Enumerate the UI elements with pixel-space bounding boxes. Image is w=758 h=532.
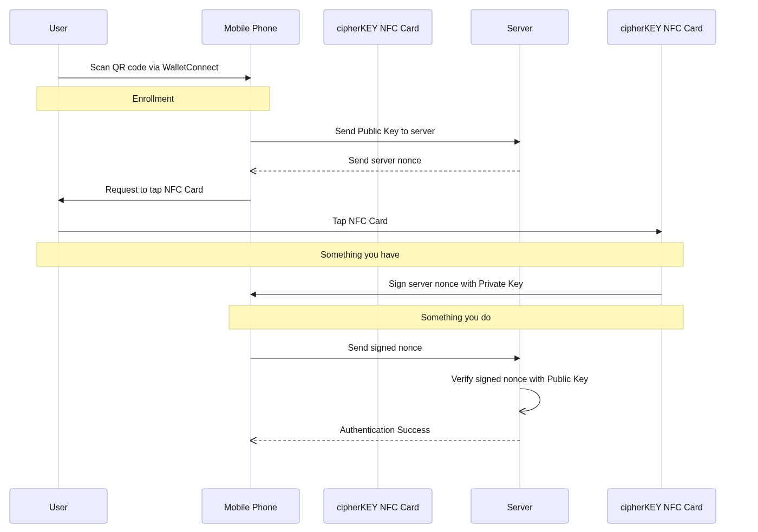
actor-server-label-bottom: Server — [507, 503, 533, 512]
msg-request-tap-label: Request to tap NFC Card — [106, 185, 204, 194]
note-something-do-label: Something you do — [421, 313, 491, 322]
msg-tap-nfc-label: Tap NFC Card — [332, 216, 388, 226]
actor-mobile-label-bottom: Mobile Phone — [224, 503, 277, 512]
actor-nfc1-label: cipherKEY NFC Card — [337, 24, 419, 33]
actor-nfc1-label-bottom: cipherKEY NFC Card — [337, 503, 419, 512]
msg-scan-qr-label: Scan QR code via WalletConnect — [90, 63, 219, 72]
sequence-diagram: User Mobile Phone cipherKEY NFC Card Ser… — [0, 0, 758, 532]
msg-server-nonce-label: Send server nonce — [349, 156, 421, 165]
actor-mobile-label: Mobile Phone — [224, 24, 277, 33]
actor-nfc2-label: cipherKEY NFC Card — [620, 24, 703, 33]
actor-nfc2-label-bottom: cipherKEY NFC Card — [620, 503, 703, 512]
actor-user-label-bottom: User — [49, 503, 68, 512]
msg-send-pubkey-label: Send Public Key to server — [335, 127, 435, 136]
msg-sign-nonce-label: Sign server nonce with Private Key — [389, 279, 523, 288]
note-enrollment-label: Enrollment — [133, 94, 174, 103]
actor-server-label: Server — [507, 24, 533, 33]
msg-auth-success-label: Authentication Success — [340, 425, 430, 435]
msg-verify-label: Verify signed nonce with Public Key — [452, 375, 589, 384]
msg-send-signed-label: Send signed nonce — [348, 343, 422, 352]
actor-user-label: User — [49, 24, 68, 33]
msg-verify — [520, 389, 540, 411]
note-something-have-label: Something you have — [321, 250, 400, 259]
